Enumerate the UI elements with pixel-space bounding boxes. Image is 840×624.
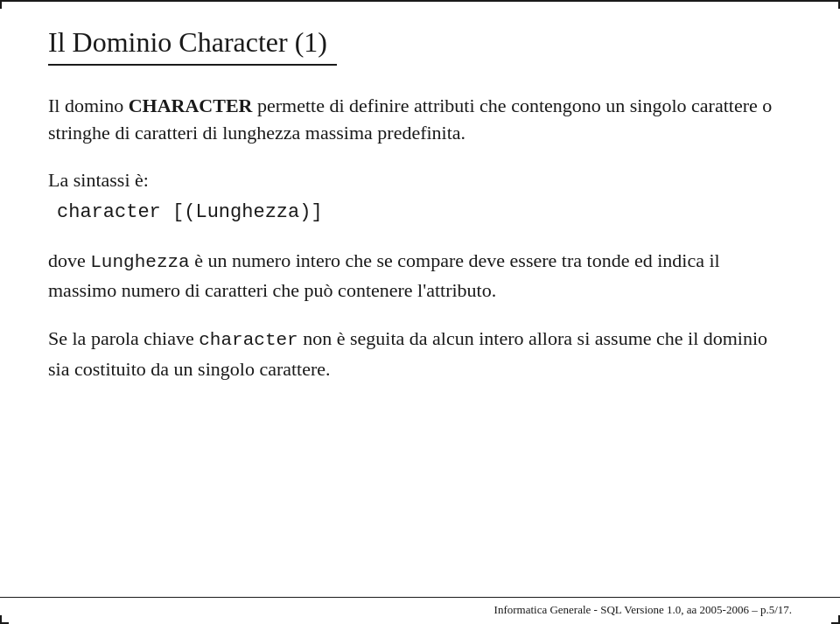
note-paragraph: Se la parola chiave character non è segu… xyxy=(48,324,792,383)
corner-bl xyxy=(0,615,9,624)
slide-container: Il Dominio Character (1) Il domino CHARA… xyxy=(0,0,840,624)
where-text-before: dove xyxy=(48,249,86,271)
footer-text: Informatica Generale - SQL Versione 1.0,… xyxy=(494,603,792,617)
title-underline xyxy=(48,64,337,66)
intro-keyword: CHARACTER xyxy=(129,95,253,116)
syntax-label: La sintassi è: xyxy=(48,166,792,194)
where-code: Lunghezza xyxy=(90,252,189,272)
note-text-before: Se la parola chiave xyxy=(48,327,194,349)
page-title: Il Dominio Character (1) xyxy=(48,26,792,59)
where-paragraph: dove Lunghezza è un numero intero che se… xyxy=(48,246,792,305)
corner-br xyxy=(831,615,840,624)
syntax-code: character [(Lunghezza)] xyxy=(57,201,323,223)
intro-paragraph: Il domino CHARACTER permette di definire… xyxy=(48,92,792,148)
top-border xyxy=(0,0,840,2)
content-area: Il Dominio Character (1) Il domino CHARA… xyxy=(0,0,840,455)
note-code: character xyxy=(199,330,298,350)
syntax-code-block: character [(Lunghezza)] xyxy=(57,200,792,227)
bottom-border xyxy=(0,597,840,598)
intro-text-1: Il domino xyxy=(48,95,123,116)
